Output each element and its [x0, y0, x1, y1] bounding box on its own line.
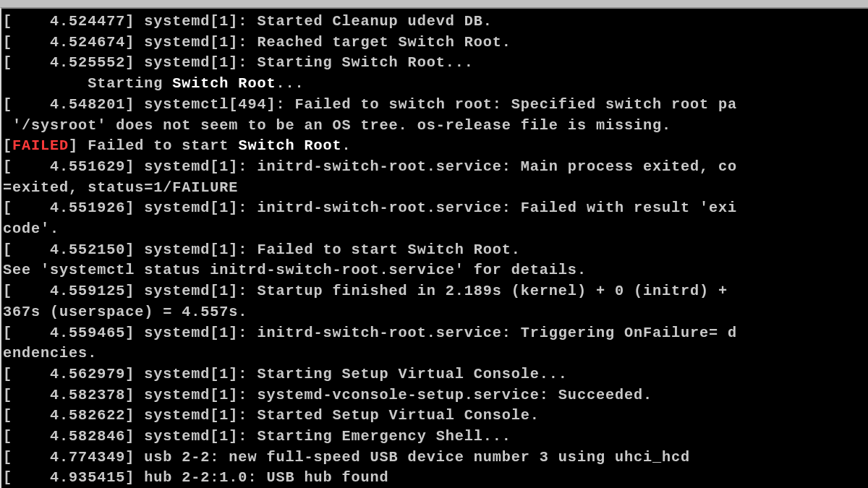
log-text: [ — [3, 387, 12, 403]
log-text: [ — [3, 241, 12, 258]
log-line: [FAILED] Failed to start Switch Root. — [3, 136, 868, 157]
log-line: [ 4.524477] systemd[1]: Started Cleanup … — [3, 12, 868, 33]
log-text: 4.582622] systemd[1]: Started Setup Virt… — [12, 407, 540, 424]
terminal-window: [ 4.524477] systemd[1]: Started Cleanup … — [0, 7, 868, 488]
log-text: 4.582846] systemd[1]: Starting Emergency… — [12, 428, 511, 445]
log-line: [ 4.551629] systemd[1]: initrd-switch-ro… — [3, 157, 868, 178]
log-line: endencies. — [3, 343, 868, 364]
log-line: =exited, status=1/FAILURE — [3, 178, 868, 199]
log-text: 4.551629] systemd[1]: initrd-switch-root… — [12, 158, 737, 175]
log-text: 4.774349] usb 2-2: new full-speed USB de… — [12, 449, 690, 466]
log-text: code'. — [3, 221, 59, 237]
log-text: [ — [3, 325, 12, 341]
log-text: 367s (userspace) = 4.557s. — [3, 304, 247, 320]
log-text: [ — [3, 137, 12, 154]
log-text: 4.559465] systemd[1]: initrd-switch-root… — [12, 325, 737, 341]
log-line: [ 4.525552] systemd[1]: Starting Switch … — [3, 53, 868, 74]
log-text: [ — [3, 407, 12, 424]
log-text: [ — [3, 200, 12, 216]
log-line: [ 4.524674] systemd[1]: Reached target S… — [3, 33, 868, 53]
terminal-output: [ 4.524477] systemd[1]: Started Cleanup … — [3, 12, 868, 488]
log-text: See 'systemctl status initrd-switch-root… — [3, 262, 587, 278]
log-text: [ — [3, 428, 12, 445]
log-text: 4.562979] systemd[1]: Starting Setup Vir… — [12, 366, 568, 382]
log-text: [ — [3, 54, 12, 71]
log-text: 4.935415] hub 2-2:1.0: USB hub found — [12, 469, 389, 486]
log-text: 4.548201] systemctl[494]: Failed to swit… — [12, 96, 737, 113]
log-line: [ 4.774349] usb 2-2: new full-speed USB … — [3, 448, 868, 468]
log-text: Starting — [3, 75, 172, 92]
log-text: endencies. — [3, 345, 97, 361]
log-text: [ — [3, 469, 12, 486]
log-text: . — [342, 137, 352, 154]
log-line: [ 4.562979] systemd[1]: Starting Setup V… — [3, 364, 868, 385]
log-line: [ 4.552150] systemd[1]: Failed to start … — [3, 240, 868, 261]
log-line: [ 4.582378] systemd[1]: systemd-vconsole… — [3, 385, 868, 406]
log-line: '/sysroot' does not seem to be an OS tre… — [3, 116, 868, 137]
log-line: [ 4.582622] systemd[1]: Started Setup Vi… — [3, 406, 868, 427]
log-text: 4.559125] systemd[1]: Startup finished i… — [12, 283, 737, 299]
log-line: Starting Switch Root... — [3, 74, 868, 95]
log-line: [ 4.551926] systemd[1]: initrd-switch-ro… — [3, 198, 868, 219]
emphasis-text: Switch Root — [172, 75, 276, 92]
log-line: 367s (userspace) = 4.557s. — [3, 302, 868, 323]
log-text: 4.524477] systemd[1]: Started Cleanup ud… — [12, 13, 493, 30]
log-text: [ — [3, 449, 12, 466]
log-text: 4.552150] systemd[1]: Failed to start Sw… — [12, 241, 521, 258]
log-line: [ 4.582846] systemd[1]: Starting Emergen… — [3, 427, 868, 448]
emphasis-text: Switch Root — [238, 137, 341, 154]
log-line: [ 4.548201] systemctl[494]: Failed to sw… — [3, 95, 868, 116]
log-line: [ 4.935415] hub 2-2:1.0: USB hub found — [3, 468, 868, 488]
log-text: =exited, status=1/FAILURE — [3, 179, 238, 196]
log-text: '/sysroot' does not seem to be an OS tre… — [3, 117, 671, 134]
log-text: [ — [3, 96, 12, 113]
log-text: [ — [3, 34, 12, 51]
log-text: 4.524674] systemd[1]: Reached target Swi… — [12, 34, 511, 51]
log-text: 4.525552] systemd[1]: Starting Switch Ro… — [12, 54, 474, 71]
log-text: [ — [3, 13, 12, 30]
status-failed: FAILED — [12, 137, 69, 154]
log-text: [ — [3, 366, 12, 382]
log-line: [ 4.559125] systemd[1]: Startup finished… — [3, 281, 868, 302]
log-line: See 'systemctl status initrd-switch-root… — [3, 260, 868, 281]
log-text: [ — [3, 158, 12, 175]
log-line: code'. — [3, 219, 868, 240]
log-text: 4.551926] systemd[1]: initrd-switch-root… — [12, 200, 737, 216]
log-text: ] Failed to start — [69, 137, 238, 154]
log-text: ... — [276, 75, 304, 92]
log-text: [ — [3, 283, 12, 299]
log-text: 4.582378] systemd[1]: systemd-vconsole-s… — [12, 387, 652, 403]
log-line: [ 4.559465] systemd[1]: initrd-switch-ro… — [3, 323, 868, 344]
